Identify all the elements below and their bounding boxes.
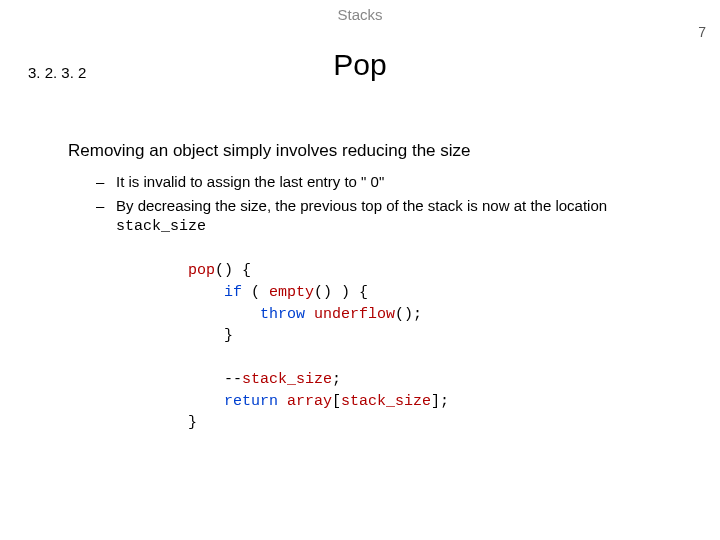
bullet-item: – By decreasing the size, the previous t… — [96, 196, 678, 237]
bullet-dash: – — [96, 196, 116, 237]
page-number: 7 — [698, 24, 706, 40]
bullet-list: – It is invalid to assign the last entry… — [96, 172, 678, 237]
bullet-dash: – — [96, 172, 116, 192]
lead-sentence: Removing an object simply involves reduc… — [68, 140, 678, 162]
body-text: Removing an object simply involves reduc… — [68, 140, 678, 241]
bullet-text: By decreasing the size, the previous top… — [116, 196, 678, 237]
bullet-item: – It is invalid to assign the last entry… — [96, 172, 678, 192]
slide-title: Pop — [0, 48, 720, 82]
header-topic: Stacks — [0, 6, 720, 23]
code-block: pop() { if ( empty() ) { throw underflow… — [188, 260, 449, 434]
bullet-text: It is invalid to assign the last entry t… — [116, 172, 678, 192]
inline-code: stack_size — [116, 218, 206, 235]
